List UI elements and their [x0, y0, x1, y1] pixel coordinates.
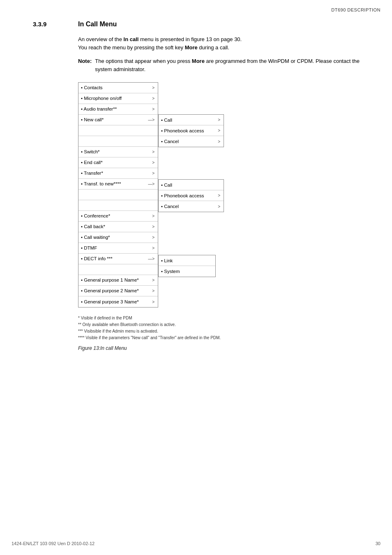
sub-menu-3-row: • Link • System — [158, 255, 224, 277]
note-block: Note: The options that appear when you p… — [78, 57, 376, 73]
page-footer: 1424-EN/LZT 103 092 Uen D 2010-02-12 — [12, 541, 95, 546]
main-menu: • Contacts > • Microphone on/off > • Aud… — [78, 82, 158, 308]
menu-item-new-call: • New call* —> — [78, 115, 158, 125]
intro-line1: An overview of the In call menu is prese… — [78, 35, 376, 51]
menu-item-spacer1 — [78, 125, 158, 136]
sub-menu-1-row: • Call > • Phonebook access > • Cancel > — [158, 114, 224, 147]
menu-item-dtmf: • DTMF > — [78, 243, 158, 254]
section-number: 3.3.9 — [33, 21, 78, 28]
footer-text: 1424-EN/LZT 103 092 Uen D 2010-02-12 — [12, 541, 95, 546]
menu-item-gp2: • General purpose 2 Name* > — [78, 286, 158, 296]
menu-item-spacer3 — [78, 190, 158, 200]
menu-item-spacer5 — [78, 264, 158, 275]
sub-menu-2-row: • Call • Phonebook access > • Cancel > — [158, 179, 224, 212]
sub-spacer-3 — [158, 212, 224, 255]
menu-item-transfer: • Transfer* > — [78, 168, 158, 179]
figure-caption-text: Figure 13:In call Menu — [78, 345, 127, 351]
menu-item-call-back: • Call back* > — [78, 222, 158, 232]
smi-call-1: • Call > — [159, 115, 224, 125]
footnotes: * Visible if defined in the PDM ** Only … — [78, 315, 376, 341]
menu-item-end-call: • End call* > — [78, 157, 158, 168]
footnote-2: ** Only available when Bluetooth connect… — [78, 321, 376, 328]
header-text: DT690 Description — [331, 7, 380, 12]
footnote-4: **** Visible if the parameters "New call… — [78, 335, 376, 341]
smi-phonebook-2: • Phonebook access > — [159, 190, 224, 201]
menu-item-spacer2 — [78, 136, 158, 147]
smi-cancel-2: • Cancel > — [159, 201, 224, 212]
footnote-3: *** Visibsible if the Admin menu is acti… — [78, 328, 376, 335]
smi-phonebook-1: • Phonebook access > — [159, 125, 224, 136]
sub-menu-transf-to-new: • Call • Phonebook access > • Cancel > — [158, 179, 224, 212]
page-number: 30 — [376, 541, 380, 546]
smi-system: • System — [159, 266, 215, 277]
smi-call-2: • Call — [159, 180, 224, 190]
sub-menu-new-call: • Call > • Phonebook access > • Cancel > — [158, 114, 224, 147]
note-text: The options that appear when you press M… — [95, 57, 376, 73]
section-heading: 3.3.9 In Call Menu — [33, 21, 376, 28]
sub-spacer-2 — [158, 147, 224, 179]
menu-item-spacer4 — [78, 200, 158, 211]
menu-item-transf-to-new: • Transf. to new**** —> — [78, 179, 158, 190]
menu-item-dect-info: • DECT info *** —> — [78, 254, 158, 264]
note-label: Note: — [78, 57, 92, 73]
menu-item-contacts: • Contacts > — [78, 83, 158, 93]
menu-item-switch: • Switch* > — [78, 147, 158, 157]
menu-item-call-waiting: • Call waiting* > — [78, 232, 158, 243]
menu-item-microphone: • Microphone on/off > — [78, 93, 158, 104]
sub-spacer-1 — [158, 82, 224, 114]
section-title: In Call Menu — [78, 21, 117, 28]
menu-item-conference: • Conference* > — [78, 211, 158, 222]
sub-menus-column: • Call > • Phonebook access > • Cancel > — [158, 82, 224, 277]
menu-item-audio-transfer: • Audio transfer** > — [78, 104, 158, 115]
smi-cancel-1: • Cancel > — [159, 136, 224, 147]
menu-item-gp1: • General purpose 1 Name* > — [78, 275, 158, 286]
smi-link: • Link — [159, 255, 215, 266]
intro-paragraph: An overview of the In call menu is prese… — [78, 35, 376, 51]
diagram-container: • Contacts > • Microphone on/off > • Aud… — [78, 82, 376, 308]
footnote-1: * Visible if defined in the PDM — [78, 315, 376, 321]
figure-caption: Figure 13:In call Menu — [78, 345, 376, 351]
page-header: DT690 Description — [331, 7, 380, 12]
sub-menu-dect-info: • Link • System — [158, 255, 216, 277]
menu-item-gp3: • General purpose 3 Name* > — [78, 296, 158, 307]
